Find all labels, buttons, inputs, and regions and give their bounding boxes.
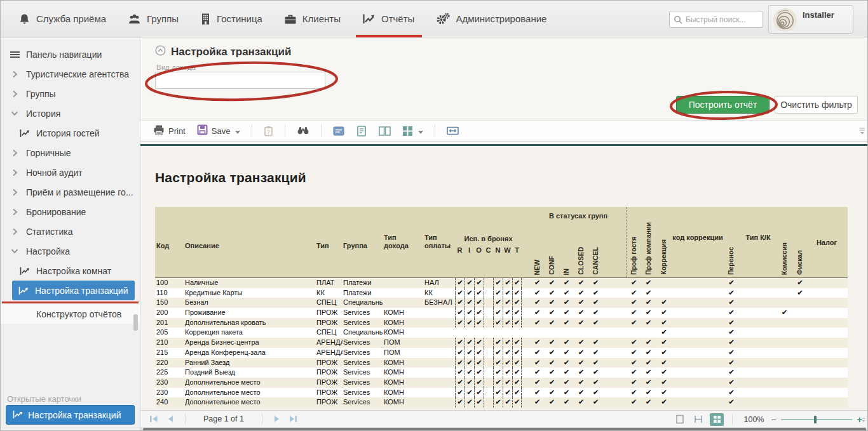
nav-item-groups[interactable]: Группы [128, 1, 179, 37]
cell-nalog [808, 368, 846, 378]
prev-page-button[interactable] [165, 414, 176, 424]
clear-filter-button[interactable]: Очистить фильтр [775, 96, 858, 114]
cell-prof_company: ✔ [641, 298, 656, 308]
app-window: { "topnav": { "items": [ {"id":"receptio… [0, 0, 868, 431]
first-page-button[interactable] [148, 414, 160, 424]
zoom-slider-handle[interactable] [814, 416, 817, 423]
nav-item-admin[interactable]: Администрирование [436, 1, 546, 37]
toolbar-separator [285, 124, 285, 137]
view-single-continuous-button[interactable] [330, 124, 347, 138]
cell-kod: 220 [156, 358, 184, 368]
chevron-right-icon [10, 228, 20, 235]
sidebar-item-night-audit[interactable]: Ночной аудит [1, 162, 140, 182]
nav-item-reception[interactable]: Служба приёма [18, 1, 106, 37]
nav-item-label: Администрирование [456, 13, 546, 24]
view-multiple-pages-button[interactable] [400, 124, 426, 138]
find-button[interactable] [294, 123, 312, 138]
sidebar-item-settings[interactable]: Настройка [1, 241, 140, 261]
view-single-page-button[interactable] [353, 124, 370, 138]
cell-tip: СПЕЦ [316, 328, 342, 338]
table-header: КодОписаниеТипГруппаТип доходаТип оплаты… [155, 207, 848, 278]
sidebar-scrollbar[interactable] [133, 314, 138, 331]
horizontal-scrollbar-thumb[interactable] [143, 428, 866, 431]
zoom-page-mode-button[interactable] [673, 413, 687, 426]
sidebar-item-booking[interactable]: Бронирование [1, 202, 140, 222]
nav-item-reports[interactable]: Отчёты [362, 1, 414, 37]
cell-bron-3 [484, 298, 493, 308]
print-label: Print [168, 126, 186, 136]
sidebar-item-report-builder[interactable]: Конструктор отчётов [1, 304, 140, 324]
cell-bron-5: ✔ [503, 378, 512, 388]
cell-komis [776, 368, 792, 378]
sidebar-item-maids[interactable]: Горничные [1, 143, 140, 162]
income-type-input[interactable] [155, 72, 325, 89]
sidebar-item-nav-panel[interactable]: Панель навигации [1, 44, 140, 64]
sidebar-item-room-settings[interactable]: Настройка комнат [1, 261, 140, 281]
search-input[interactable] [686, 15, 756, 24]
save-button[interactable]: Save [194, 123, 243, 139]
sidebar-item-tour-agencies[interactable]: Туристические агентства [1, 64, 140, 84]
user-menu[interactable]: installer [768, 5, 853, 34]
cell-bron-4: ✔ [493, 378, 503, 388]
zoom-grid-mode-button[interactable] [710, 413, 724, 426]
cell-tip_kk [740, 278, 776, 288]
chart-line-icon [362, 13, 376, 24]
cell-bron-1: ✔ [465, 338, 474, 348]
next-page-button[interactable] [271, 414, 282, 424]
cell-korr: ✔ [656, 378, 672, 388]
sidebar-item-statistics[interactable]: Статистика [1, 222, 140, 241]
cell-bron-0: ✔ [455, 318, 465, 328]
transactions-table: КодОписаниеТипГруппаТип доходаТип оплаты… [155, 207, 848, 408]
nav-item-hotel[interactable]: Гостиница [200, 1, 262, 37]
cell-prof_company: ✔ [641, 388, 656, 398]
open-card-transaction-settings[interactable]: Настройка транзакций [6, 405, 135, 425]
zoom-out-button[interactable]: − [771, 414, 776, 425]
cell-prof_guest: ✔ [627, 338, 641, 348]
cell-kod: 100 [156, 278, 184, 288]
zoom-controls: 100% − + [673, 411, 862, 428]
zoom-width-mode-button[interactable] [691, 413, 705, 426]
cell-bron-5: ✔ [503, 338, 512, 348]
zoom-slider-track[interactable] [781, 419, 852, 420]
print-button[interactable]: Print [151, 123, 188, 139]
view-two-pages-button[interactable] [376, 124, 393, 138]
cell-status-0: ✔ [530, 348, 545, 358]
cell-dohod: КОМН [384, 378, 423, 388]
cell-status-4: ✔ [588, 288, 603, 298]
table-row: 220Ранний ЗаездПРОЖServicesКОМН✔✔✔✔✔✔✔✔✔… [155, 358, 848, 368]
sidebar-item-transaction-settings[interactable]: Настройка транзакций [12, 281, 135, 300]
toolbar-overflow-icon[interactable] [858, 126, 866, 137]
horizontal-scrollbar[interactable] [140, 427, 868, 431]
quick-search[interactable] [669, 11, 763, 28]
cell-korr: ✔ [656, 298, 672, 308]
col-header-korr: Коррекция [660, 239, 667, 275]
sidebar-item-groups[interactable]: Группы [1, 84, 140, 103]
cell-perenos: ✔ [723, 308, 740, 318]
cell-status-4 [588, 328, 603, 338]
cell-opis: Безнал [185, 298, 315, 308]
collapse-panel-icon[interactable] [155, 45, 166, 58]
chevron-down-icon [10, 248, 20, 254]
last-page-button[interactable] [287, 414, 299, 424]
fit-width-button[interactable] [444, 124, 461, 138]
report-icon [20, 129, 30, 137]
footer-overflow-icon [860, 414, 867, 426]
cell-tip: ПРОЖ [316, 308, 342, 318]
sidebar-item-label: Ночной аудит [26, 168, 83, 178]
sidebar-item-guest-history[interactable]: История гостей [1, 123, 140, 143]
sidebar-item-checkin[interactable]: Приём и размещение го... [1, 182, 140, 202]
zoom-level: 100% [743, 415, 764, 424]
cell-komis [776, 278, 792, 288]
cell-bron-4: ✔ [493, 368, 503, 378]
col-header-dohod: Тип дохода [384, 234, 412, 249]
sidebar-item-history[interactable]: История [1, 103, 140, 123]
cell-status-3: ✔ [574, 298, 588, 308]
toolbar-separator [252, 124, 252, 137]
cell-gruppa: Services [343, 397, 383, 408]
cell-tip: ПЛАТ [316, 278, 342, 288]
nav-item-clients[interactable]: Клиенты [284, 1, 341, 37]
cell-status-1: ✔ [545, 368, 559, 378]
cell-status-0: ✔ [530, 358, 545, 368]
build-report-button[interactable]: Построить отчёт [676, 96, 770, 114]
cell-opis: Аренда Конференц-зала [185, 348, 315, 358]
